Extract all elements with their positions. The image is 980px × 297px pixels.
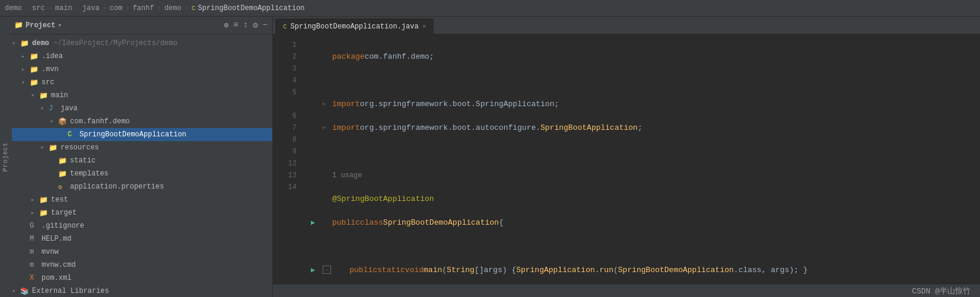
- collapse-icon[interactable]: ≡: [233, 20, 238, 30]
- locate-icon[interactable]: ⊕: [224, 20, 228, 30]
- panel-title: 📁 Project ▾: [14, 21, 62, 30]
- folder-icon: 📁: [30, 65, 39, 74]
- tree-item-package[interactable]: ▾ 📦 com.fanhf.demo: [12, 115, 272, 128]
- tool-strip-label: Project: [2, 142, 9, 172]
- tree-item-label: SpringBootDemoApplication: [79, 130, 186, 139]
- panel-title-text: Project: [26, 21, 55, 30]
- breadcrumb-item-fanhf[interactable]: fanhf: [133, 4, 154, 12]
- tree-item-springbootapp[interactable]: C SpringBootDemoApplication: [12, 128, 272, 141]
- expand-icon[interactable]: ↕: [243, 20, 248, 30]
- folder-icon: 📁: [58, 157, 68, 165]
- code-line-2: [311, 75, 971, 87]
- tree-item-target[interactable]: ▸ 📁 target: [12, 206, 272, 219]
- tree-item-resources[interactable]: ▾ 📁 resources: [12, 141, 272, 154]
- fold-icon[interactable]: −: [323, 266, 331, 274]
- tree-item-main[interactable]: ▾ 📁 main: [12, 89, 272, 102]
- mvnwcmd-icon: m: [30, 261, 39, 269]
- arrow-icon: ▸: [31, 209, 39, 216]
- code-line-7: ▶public class SpringBootDemoApplication …: [311, 217, 971, 229]
- editor-tab-springbootapp[interactable]: C SpringBootDemoApplication.java ×: [275, 18, 434, 34]
- settings-icon[interactable]: ⚙: [253, 20, 257, 30]
- tree-item-helpmd[interactable]: M HELP.md: [12, 232, 272, 245]
- breadcrumb-item-com[interactable]: com: [110, 4, 123, 12]
- left-panel: Project 📁 Project ▾ ⊕ ≡ ↕ ⚙ − ▾ 📁 de: [0, 17, 273, 297]
- breadcrumb-item-demo2[interactable]: demo: [164, 4, 182, 12]
- tree-item-java[interactable]: ▾ J java: [12, 102, 272, 115]
- tree-item-demo[interactable]: ▾ 📁 demo ~/IdeaProject/MyProjects/demo: [12, 37, 272, 50]
- code-line-1: package com.fanhf.demo;: [311, 51, 971, 63]
- close-icon[interactable]: −: [263, 20, 268, 30]
- tree-item-mvnwcmd[interactable]: m mvnw.cmd: [12, 258, 272, 272]
- tree-item-label: templates: [70, 170, 109, 178]
- tree-item-appprops[interactable]: ⚙ application.properties: [12, 180, 272, 193]
- arrow-icon: ▸: [31, 196, 39, 203]
- tab-label: SpringBootDemoApplication.java: [291, 23, 419, 31]
- tree-item-label: mvnw: [42, 248, 59, 256]
- tree-item-gitignore[interactable]: G .gitignore: [12, 219, 272, 232]
- tree-item-static[interactable]: 📁 static: [12, 154, 272, 167]
- line-numbers: 1 2 3 4 5 6 7 8 9 12 13 14: [273, 34, 301, 284]
- tree-item-mvnw[interactable]: m mvnw: [12, 245, 272, 258]
- tree-item-label: com.fanhf.demo: [70, 117, 130, 126]
- tree-item-idea[interactable]: ▸ 📁 .idea: [12, 50, 272, 63]
- tree-item-pomxml[interactable]: X pom.xml: [12, 272, 272, 285]
- code-line-9: ▶− public static void main(String[] args…: [311, 264, 971, 276]
- file-tree: ▾ 📁 demo ~/IdeaProject/MyProjects/demo ▸…: [0, 34, 272, 297]
- tree-item-test[interactable]: ▸ 📁 test: [12, 193, 272, 206]
- arrow-icon: ▾: [31, 92, 39, 99]
- md-icon: M: [30, 235, 39, 243]
- breadcrumb-item-java[interactable]: java: [82, 4, 100, 12]
- panel-dropdown-icon[interactable]: ▾: [58, 21, 62, 29]
- package-icon: 📦: [58, 117, 68, 126]
- code-line-5: [311, 146, 971, 158]
- breadcrumb-icon-class: C: [192, 5, 196, 12]
- target-icon: 📁: [39, 209, 49, 218]
- breadcrumb-item-demo[interactable]: demo: [5, 4, 22, 12]
- code-line-6: @SpringBootApplication: [311, 193, 971, 205]
- breadcrumb-item-main[interactable]: main: [55, 4, 72, 12]
- code-line-3: ⊢import org.springframework.boot.SpringA…: [311, 98, 971, 110]
- tree-item-label: HELP.md: [42, 235, 71, 243]
- tree-item-label: demo ~/IdeaProject/MyProjects/demo: [32, 39, 177, 47]
- folder-icon: 📁: [20, 39, 30, 48]
- code-editor: 1 2 3 4 5 6 7 8 9 12 13 14 package com.f…: [273, 34, 980, 284]
- arrow-icon: ▾: [40, 144, 49, 151]
- panel-header: 📁 Project ▾ ⊕ ≡ ↕ ⚙ −: [0, 17, 272, 34]
- folder-icon: 📁: [30, 78, 39, 87]
- breadcrumb-bar: demo › src › main › java › com › fanhf ›…: [0, 0, 980, 17]
- arrow-icon: ▸: [21, 66, 30, 73]
- tab-close-button[interactable]: ×: [422, 23, 427, 30]
- tree-item-templates[interactable]: 📁 templates: [12, 167, 272, 180]
- folder-icon: 📁: [39, 91, 49, 100]
- tab-file-icon: C: [283, 23, 287, 30]
- tree-item-label: java: [61, 104, 78, 113]
- tab-bar: C SpringBootDemoApplication.java ×: [273, 17, 980, 34]
- tree-item-label: .idea: [42, 52, 63, 60]
- folder-icon: 📁: [58, 170, 68, 178]
- tree-item-mvn[interactable]: ▸ 📁 .mvn: [12, 63, 272, 76]
- project-icon: 📁: [14, 21, 23, 30]
- tree-item-src[interactable]: ▾ 📁 src: [12, 76, 272, 89]
- tree-item-label: .gitignore: [42, 222, 84, 230]
- properties-icon: ⚙: [58, 183, 68, 191]
- breadcrumb-item-current[interactable]: SpringBootDemoApplication: [198, 4, 305, 12]
- arrow-icon: ▸: [21, 53, 30, 60]
- panel-header-icons: ⊕ ≡ ↕ ⚙ −: [224, 20, 268, 30]
- tree-item-label: src: [42, 78, 55, 87]
- gitignore-icon: G: [30, 222, 39, 230]
- code-content[interactable]: package com.fanhf.demo; ⊢import org.spri…: [301, 34, 980, 284]
- watermark-text: CSDN @半山惊竹: [912, 286, 971, 296]
- arrow-icon: ▾: [12, 288, 20, 295]
- run-arrow-7: ▶: [311, 217, 323, 229]
- arrow-icon: ▾: [50, 118, 58, 125]
- tree-item-extlibs[interactable]: ▾ 📚 External Libraries: [12, 285, 272, 297]
- tree-item-label: test: [51, 196, 68, 204]
- folder-icon: 📁: [30, 52, 39, 61]
- tree-item-label: main: [51, 91, 68, 100]
- breadcrumb-item-src[interactable]: src: [32, 4, 45, 12]
- class-icon: C: [68, 130, 77, 139]
- tree-item-label: pom.xml: [42, 274, 71, 282]
- tree-item-label: static: [70, 157, 96, 165]
- resources-icon: 📁: [49, 143, 58, 152]
- tree-item-label: External Libraries: [32, 287, 109, 295]
